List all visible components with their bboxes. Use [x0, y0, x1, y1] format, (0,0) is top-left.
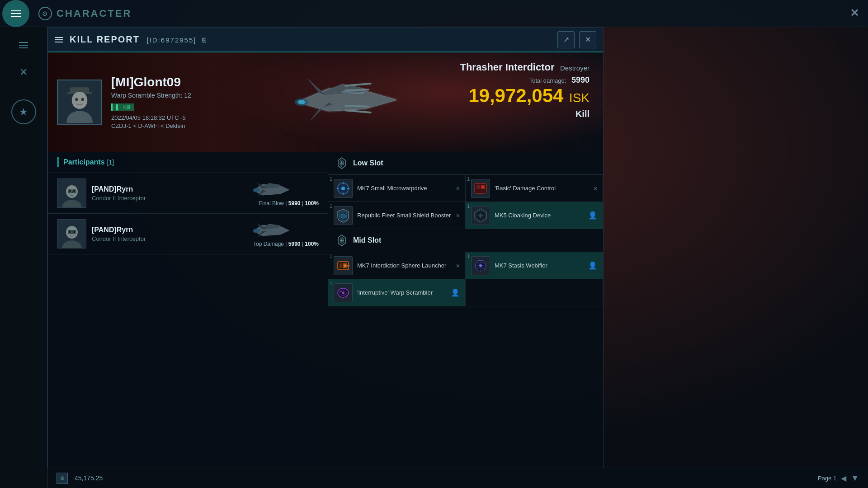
participant-2-ship-img	[251, 218, 292, 243]
damage-control-icon	[471, 179, 490, 198]
app-close-button[interactable]: ✕	[850, 7, 859, 19]
sidebar-close-button[interactable]: ✕	[10, 63, 37, 81]
slot-item-microwarpdrive: 1	[328, 175, 466, 202]
participants-count: [1]	[107, 159, 114, 166]
svg-point-22	[69, 230, 71, 233]
kill-report-header: KILL REPORT [ID:6972955] ⎘ ↗ ✕	[48, 28, 603, 52]
kill-report-id: [ID:6972955]	[147, 36, 197, 44]
svg-rect-59	[347, 265, 349, 267]
svg-point-23	[73, 230, 75, 233]
report-menu-button[interactable]	[55, 37, 63, 42]
view-cloaking-button[interactable]: 👤	[588, 211, 597, 220]
low-slot-header: Low Slot	[328, 152, 603, 175]
mid-slot-row-1: 1 MK7 Interdi	[328, 252, 603, 279]
kill-type-label: Kill	[460, 109, 590, 119]
low-slot-icon	[335, 156, 349, 170]
svg-rect-40	[476, 185, 480, 189]
participants-title: Participants	[63, 158, 105, 166]
slot-item-sphere-launcher: 1 MK7 Interdi	[328, 252, 466, 279]
remove-microwarpdrive-button[interactable]: ×	[456, 185, 460, 192]
shield-booster-icon	[334, 206, 353, 225]
svg-rect-11	[344, 109, 372, 113]
svg-point-58	[344, 264, 346, 267]
participants-header: Participants [1]	[48, 152, 328, 173]
svg-point-27	[253, 229, 260, 233]
svg-point-14	[69, 190, 71, 192]
main-content: KILL REPORT [ID:6972955] ⎘ ↗ ✕	[47, 27, 868, 488]
bottom-right: Page 1 ◀ ▼	[818, 474, 859, 483]
slot-item-warp-scrambler: 1	[328, 279, 466, 306]
svg-point-5	[81, 98, 84, 101]
top-bar: ⊙ CHARACTER ✕	[0, 0, 868, 27]
pilot-avatar	[57, 80, 102, 125]
view-warp-scrambler-button[interactable]: 👤	[451, 288, 460, 297]
sidebar-menu-button[interactable]	[10, 36, 37, 54]
isk-display: 19,972,054 ISK	[460, 85, 590, 107]
svg-rect-8	[344, 83, 372, 87]
main-menu-button[interactable]	[2, 0, 29, 27]
ship-3d-view	[270, 57, 415, 147]
filter-button[interactable]: ▼	[851, 474, 859, 483]
sphere-launcher-icon	[334, 256, 353, 275]
app-title: ⊙ CHARACTER	[38, 7, 132, 20]
bottom-icon-1[interactable]: ⊕	[57, 473, 68, 484]
low-slot-row-1: 1	[328, 175, 603, 202]
slots-panel: Low Slot 1	[328, 152, 603, 488]
kill-badge: ▌ Kill	[111, 103, 134, 111]
slot-item-stasis-webifier: 1	[466, 252, 603, 279]
svg-point-15	[73, 190, 75, 192]
svg-rect-42	[476, 190, 485, 192]
remove-damage-control-button[interactable]: ×	[594, 185, 597, 192]
stasis-webifier-icon	[471, 256, 490, 275]
close-report-button[interactable]: ✕	[579, 31, 596, 48]
participant-item: [PAND]Ryrn Condor II Interceptor	[48, 214, 328, 254]
prev-page-button[interactable]: ◀	[841, 474, 846, 483]
mid-slot-header: Mid Slot	[328, 229, 603, 252]
participant-1-stats: Final Blow | 5990 | 100%	[259, 200, 319, 206]
svg-point-4	[75, 98, 78, 101]
svg-point-43	[481, 186, 484, 188]
participant-2-avatar	[57, 219, 86, 249]
low-slot-title: Low Slot	[353, 159, 383, 167]
mid-slot-row-2: 1	[328, 279, 603, 306]
svg-point-33	[341, 187, 345, 190]
low-slot-row-2: 1 Republic Fleet Small Shield Booster ×	[328, 202, 603, 229]
warp-scrambler-icon	[334, 283, 353, 302]
bottom-bar: ⊕ 45,175.25 Page 1 ◀ ▼	[47, 468, 868, 488]
left-sidebar: ✕ ★	[0, 27, 47, 488]
export-button[interactable]: ↗	[557, 31, 575, 48]
kill-report-title: KILL REPORT [ID:6972955] ⎘	[70, 34, 551, 45]
svg-point-3	[72, 92, 88, 109]
participants-bar-accent	[57, 157, 59, 167]
character-icon: ⊙	[38, 7, 52, 20]
ship-name-display: Thrasher Interdictor Destroyer	[460, 61, 590, 73]
microwarpdrive-icon	[334, 179, 353, 198]
mid-slot-icon	[335, 234, 349, 247]
svg-point-19	[253, 188, 260, 192]
header-actions: ↗ ✕	[557, 31, 596, 48]
participants-panel: Participants [1]	[48, 152, 328, 488]
kill-hero: [MI]Glont09 Warp Soramble Strength: 12 ▌…	[48, 52, 603, 152]
participant-2-stats: Top Damage | 5990 | 100%	[253, 241, 319, 247]
bottom-value: 45,175.25	[75, 474, 103, 482]
participant-1-ship-img	[251, 178, 292, 202]
participant-item: [PAND]Ryrn Condor II Interceptor	[48, 173, 328, 214]
svg-point-45	[341, 214, 345, 218]
slot-item-damage-control: 1 'Basic' Dam	[466, 175, 603, 202]
remove-sphere-launcher-button[interactable]: ×	[456, 262, 460, 269]
slot-item-cloaking: 1 MK5 Cloakin	[466, 202, 603, 229]
svg-point-7	[298, 100, 305, 104]
svg-point-68	[479, 264, 482, 267]
mid-slot-title: Mid Slot	[353, 236, 381, 244]
sidebar-favorites-button[interactable]: ★	[11, 99, 36, 124]
svg-rect-56	[340, 263, 342, 268]
slot-item-empty	[466, 279, 603, 306]
view-stasis-webifier-button[interactable]: 👤	[588, 261, 597, 270]
lower-section: Participants [1]	[48, 152, 603, 488]
damage-label: Total damage: 5990	[460, 75, 590, 85]
participant-1-avatar	[57, 178, 86, 208]
copy-icon[interactable]: ⎘	[202, 37, 207, 44]
cloaking-device-icon	[471, 206, 490, 225]
remove-shield-booster-button[interactable]: ×	[456, 212, 460, 219]
hamburger-icon	[11, 10, 21, 17]
